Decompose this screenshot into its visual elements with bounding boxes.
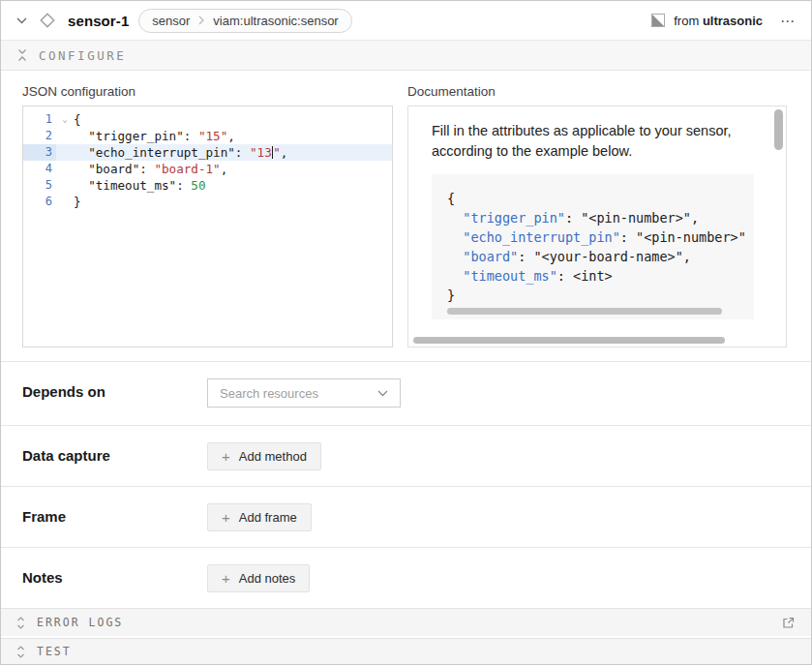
code-token	[74, 129, 88, 143]
editor-line-2[interactable]: 2 "trigger_pin": "15",	[23, 128, 392, 144]
fold-gutter	[56, 128, 74, 144]
line-number: 6	[23, 194, 56, 210]
editor-line-text: "trigger_pin": "15",	[74, 128, 235, 144]
add-frame-button[interactable]: + Add frame	[207, 503, 312, 531]
code-token: :	[184, 129, 198, 143]
code-token	[447, 268, 463, 284]
frame-label: Frame	[22, 503, 207, 547]
doc-code-line: "trigger_pin": "<pin-number>",	[447, 208, 747, 227]
code-token: ,	[221, 162, 228, 176]
depends-on-label: Depends on	[22, 378, 207, 425]
component-type-badge: sensor viam:ultrasonic:sensor	[138, 9, 351, 33]
documentation-panel: Fill in the attributes as applicable to …	[407, 106, 787, 348]
add-notes-button-label: Add notes	[239, 571, 296, 586]
code-token: }	[447, 287, 455, 303]
fold-gutter	[56, 161, 74, 177]
code-token	[447, 249, 463, 264]
badge-model-label: viam:ultrasonic:sensor	[213, 14, 338, 28]
editor-line-4[interactable]: 4 "board": "board-1",	[23, 161, 392, 177]
expand-vertical-icon	[16, 646, 25, 658]
editor-line-text: "board": "board-1",	[74, 161, 227, 177]
depends-on-placeholder: Search resources	[220, 386, 318, 401]
doc-code-line: "timeout_ms": <int>	[447, 266, 747, 286]
json-config-label: JSON configuration	[22, 84, 393, 106]
line-number: 3	[23, 144, 56, 161]
code-token: "timeout_ms"	[88, 178, 176, 193]
error-logs-section-bar[interactable]: ERROR LOGS	[1, 608, 811, 636]
depends-on-select[interactable]: Search resources	[207, 378, 401, 408]
collapse-chevron-icon[interactable]	[16, 17, 27, 24]
documentation-vertical-scrollbar-track[interactable]	[774, 109, 783, 335]
code-token: ,	[227, 129, 235, 143]
external-link-icon	[781, 616, 796, 630]
doc-code-line: "echo_interrupt_pin": "<pin-number>",	[447, 227, 747, 247]
documentation-label: Documentation	[407, 84, 787, 106]
documentation-column: Documentation Fill in the attributes as …	[407, 84, 787, 361]
overflow-menu-button[interactable]: ⋯	[780, 14, 796, 28]
error-logs-section-label: ERROR LOGS	[37, 616, 123, 629]
code-token: :	[139, 162, 154, 176]
sensor-component-icon	[39, 12, 56, 29]
plus-icon: +	[222, 510, 230, 525]
line-number: 4	[23, 161, 56, 177]
editor-line-5[interactable]: 5 "timeout_ms": 50	[23, 177, 392, 194]
code-token: "timeout_ms"	[463, 268, 557, 284]
code-token: : "<your-board-name>",	[518, 249, 691, 264]
open-logs-external-button[interactable]	[781, 616, 796, 630]
json-config-editor[interactable]: 1⌄{2 "trigger_pin": "15",3 "echo_interru…	[22, 106, 393, 348]
code-token: ,	[281, 145, 288, 160]
code-token: "echo_interrupt_pin"	[88, 145, 235, 160]
code-token: : "<pin-number>",	[565, 210, 699, 226]
editor-line-text: "timeout_ms": 50	[74, 177, 206, 194]
badge-separator-chevron-icon	[198, 15, 204, 25]
notes-row: Notes + Add notes	[1, 547, 811, 608]
code-token: "	[273, 145, 281, 160]
from-module-label: from ultrasonic	[674, 14, 763, 28]
code-token: {	[74, 112, 81, 127]
test-section-bar[interactable]: TEST	[1, 638, 811, 664]
select-chevron-down-icon	[377, 390, 388, 397]
code-token	[447, 210, 463, 226]
configure-section-bar[interactable]: CONFIGURE	[1, 41, 811, 71]
add-frame-button-label: Add frame	[239, 510, 297, 525]
add-notes-button[interactable]: + Add notes	[207, 564, 310, 592]
code-token	[447, 229, 463, 245]
editor-line-3[interactable]: 3 "echo_interrupt_pin": "13",	[23, 144, 392, 161]
data-capture-label: Data capture	[22, 442, 207, 486]
depends-on-row: Depends on Search resources	[1, 361, 811, 425]
code-token: "13	[250, 145, 272, 160]
plus-icon: +	[222, 449, 230, 464]
documentation-vertical-scrollbar-thumb[interactable]	[774, 109, 783, 150]
code-token: : <int>	[557, 268, 613, 284]
editor-line-1[interactable]: 1⌄{	[23, 111, 392, 128]
expand-vertical-icon	[16, 617, 25, 629]
code-token: }	[74, 195, 81, 209]
documentation-code-text: { "trigger_pin": "<pin-number>", "echo_i…	[447, 189, 747, 305]
add-method-button-label: Add method	[239, 449, 307, 464]
component-name: sensor-1	[68, 13, 129, 29]
doc-code-line: "board": "<your-board-name>",	[447, 247, 747, 266]
code-token: :	[235, 145, 250, 160]
editor-line-6[interactable]: 6}	[23, 194, 392, 210]
line-number: 1	[23, 111, 56, 128]
doc-code-line: }	[447, 286, 747, 305]
fold-gutter	[56, 177, 74, 194]
add-method-button[interactable]: + Add method	[207, 442, 321, 470]
from-prefix: from	[674, 14, 703, 28]
code-token: 50	[191, 178, 205, 193]
documentation-horizontal-scrollbar[interactable]	[413, 337, 725, 344]
from-module-name: ultrasonic	[703, 14, 763, 28]
fold-chevron-icon[interactable]: ⌄	[56, 111, 74, 128]
test-section-label: TEST	[37, 645, 72, 658]
code-token	[74, 162, 88, 176]
code-token: "trigger_pin"	[88, 129, 184, 143]
documentation-code-block: { "trigger_pin": "<pin-number>", "echo_i…	[432, 174, 754, 319]
editor-line-text: {	[74, 111, 81, 128]
code-token: {	[447, 191, 455, 206]
code-block-horizontal-scrollbar[interactable]	[447, 308, 722, 315]
documentation-intro-text: Fill in the attributes as applicable to …	[432, 121, 761, 162]
fold-gutter	[56, 194, 74, 210]
notes-label: Notes	[22, 564, 207, 608]
code-token: : "<pin-number>",	[620, 229, 747, 245]
configure-section-label: CONFIGURE	[39, 48, 126, 63]
